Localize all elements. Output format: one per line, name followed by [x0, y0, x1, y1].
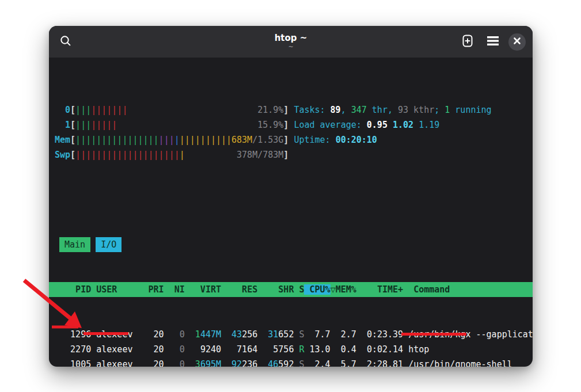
close-icon [513, 36, 521, 47]
screen-tabs: MainI/O [55, 237, 527, 252]
search-button[interactable] [56, 32, 75, 52]
search-icon [59, 35, 72, 50]
process-table-header[interactable]: PID USER PRI NI VIRT RES SHR S CPU%▽MEM%… [49, 282, 533, 297]
headerbar: htop ~ ~ [49, 26, 533, 58]
process-row-pid-1296[interactable]: 1296 alexeev 20 0 1447M 43256 31652 S 7.… [55, 327, 527, 342]
process-row-pid-2270[interactable]: 2270 alexeev 20 0 9240 7164 5756 R 13.0 … [55, 342, 527, 357]
new-tab-button[interactable] [458, 32, 477, 52]
hamburger-menu-icon [487, 36, 499, 48]
load-average: Load average: 0.95 1.02 1.19 [294, 120, 439, 130]
meter-swp: Swp[|||||||||||||||||||||378M/783M] [55, 147, 527, 162]
window-title: htop ~ [275, 33, 307, 43]
tab-io[interactable]: I/O [96, 237, 121, 252]
process-table: 1296 alexeev 20 0 1447M 43256 31652 S 7.… [55, 327, 527, 367]
close-button[interactable] [508, 33, 526, 51]
terminal-content: 0[||||||||||21.9%]Tasks: 89, 347 thr, 93… [49, 58, 533, 367]
uptime: Uptime: 00:20:10 [294, 135, 377, 145]
tasks-summary: Tasks: 89, 347 thr, 93 kthr; 1 running [294, 105, 491, 115]
terminal-window: htop ~ ~ [49, 26, 533, 367]
tab-main[interactable]: Main [59, 237, 90, 252]
meter-cpu1: 1[||||||||15.9%]Load average: 0.95 1.02 … [55, 117, 527, 132]
meters-panel: 0[||||||||||21.9%]Tasks: 89, 347 thr, 93… [55, 102, 527, 162]
spacer-line [55, 192, 527, 207]
meter-cpu0: 0[||||||||||21.9%]Tasks: 89, 347 thr, 93… [55, 102, 527, 117]
window-subtitle: ~ [288, 44, 293, 51]
menu-button[interactable] [483, 32, 503, 52]
process-row-pid-1005[interactable]: 1005 alexeev 20 0 3695M 92236 46592 S 2.… [55, 357, 527, 367]
new-tab-icon [461, 34, 474, 50]
meter-mem: Mem[||||||||||||||||||||||||||||||683M/1… [55, 132, 527, 147]
